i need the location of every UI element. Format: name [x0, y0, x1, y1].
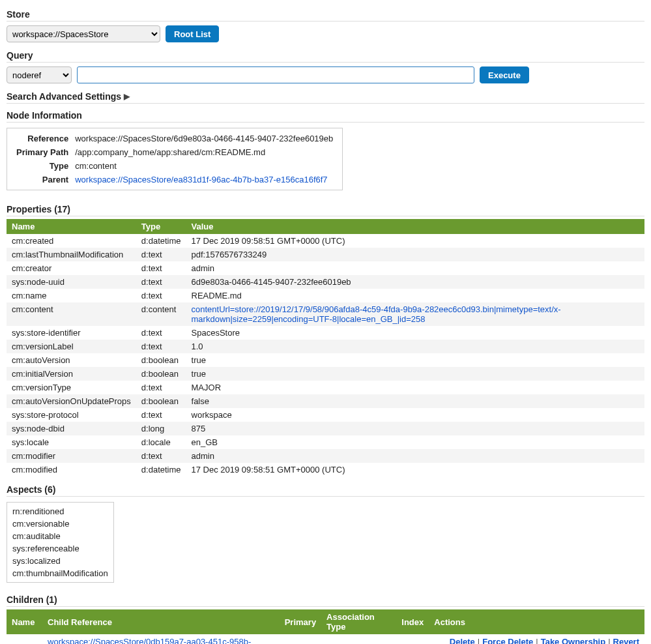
- table-row: sys:store-protocold:textworkspace: [7, 408, 644, 422]
- node-info-type-value: cm:content: [72, 160, 336, 172]
- child-actions: Delete|Force Delete|Take Ownership|Rever…: [429, 634, 644, 644]
- aspect-item: rn:renditioned: [12, 505, 108, 518]
- node-info-box: Reference workspace://SpacesStore/6d9e80…: [7, 128, 343, 190]
- node-info-primary-path-value: /app:company_home/app:shared/cm:README.m…: [72, 146, 336, 158]
- property-value-link[interactable]: contentUrl=store://2019/12/17/9/58/906af…: [192, 304, 561, 324]
- property-type: d:text: [136, 275, 186, 289]
- separator: |: [605, 637, 613, 644]
- force-delete-action[interactable]: Force Delete: [482, 637, 533, 644]
- table-row: cm:initialVersiond:booleantrue: [7, 367, 644, 381]
- property-value: workspace: [186, 408, 644, 422]
- children-table: Name Child Reference Primary Association…: [7, 609, 644, 644]
- property-value: admin: [186, 261, 644, 275]
- properties-table: Name Type Value cm:createdd:datetime17 D…: [7, 219, 644, 476]
- separator: |: [475, 637, 482, 644]
- child-index: 0: [396, 634, 429, 644]
- property-value: true: [186, 367, 644, 381]
- table-row: cm:lastThumbnailModificationd:textpdf:15…: [7, 248, 644, 261]
- children-col-actions: Actions: [429, 609, 644, 634]
- property-type: d:long: [136, 422, 186, 435]
- children-col-assoc-type: Association Type: [321, 609, 396, 634]
- property-name: cm:name: [7, 289, 136, 302]
- child-assoc-type: rn:rendition: [321, 634, 396, 644]
- node-info-parent-label: Parent: [14, 173, 71, 186]
- advanced-settings-toggle[interactable]: Search Advanced Settings ▶: [7, 91, 644, 104]
- table-row: cm:modifierd:textadmin: [7, 449, 644, 463]
- property-name: cm:versionType: [7, 381, 136, 394]
- property-name: cm:creator: [7, 261, 136, 275]
- query-input[interactable]: [77, 66, 474, 83]
- aspects-box: rn:renditionedcm:versionablecm:auditable…: [7, 502, 114, 583]
- property-value: 6d9e803a-0466-4145-9407-232fee6019eb: [186, 275, 644, 289]
- property-name: sys:store-protocol: [7, 408, 136, 422]
- properties-col-value: Value: [186, 219, 644, 234]
- property-type: d:boolean: [136, 353, 186, 367]
- node-info-reference-value: workspace://SpacesStore/6d9e803a-0466-41…: [72, 132, 336, 145]
- property-type: d:boolean: [136, 367, 186, 381]
- property-type: d:text: [136, 248, 186, 261]
- property-type: d:text: [136, 408, 186, 422]
- table-row: cm:versionLabeld:text1.0: [7, 340, 644, 353]
- property-name: sys:locale: [7, 435, 136, 449]
- property-name: cm:autoVersionOnUpdateProps: [7, 394, 136, 408]
- aspect-item: cm:thumbnailModification: [12, 567, 108, 579]
- property-name: cm:autoVersion: [7, 353, 136, 367]
- property-value: 17 Dec 2019 09:58:51 GMT+0000 (UTC): [186, 234, 644, 248]
- property-type: d:datetime: [136, 234, 186, 248]
- property-name: cm:modified: [7, 463, 136, 476]
- table-row: sys:node-dbidd:long875: [7, 422, 644, 435]
- root-list-button[interactable]: Root List: [166, 25, 219, 42]
- child-primary: true: [280, 634, 321, 644]
- delete-action[interactable]: Delete: [450, 637, 475, 644]
- property-type: d:locale: [136, 435, 186, 449]
- children-heading: Children (1): [7, 594, 644, 607]
- store-select[interactable]: workspace://SpacesStore: [7, 25, 160, 42]
- property-type: d:text: [136, 381, 186, 394]
- node-info-primary-path-label: Primary Path: [14, 146, 71, 158]
- child-name-link[interactable]: cm:pdf: [12, 642, 37, 645]
- property-value: true: [186, 353, 644, 367]
- advanced-settings-label: Search Advanced Settings: [7, 91, 121, 102]
- store-heading: Store: [7, 9, 644, 22]
- property-value: README.md: [186, 289, 644, 302]
- aspects-heading: Aspects (6): [7, 484, 644, 497]
- property-name: sys:store-identifier: [7, 326, 136, 340]
- property-type: d:content: [136, 302, 186, 326]
- take-ownership-action[interactable]: Take Ownership: [541, 637, 605, 644]
- property-type: d:text: [136, 261, 186, 275]
- node-info-parent-link[interactable]: workspace://SpacesStore/ea831d1f-96ac-4b…: [75, 175, 327, 184]
- children-col-name: Name: [7, 609, 42, 634]
- property-value: 17 Dec 2019 09:58:51 GMT+0000 (UTC): [186, 463, 644, 476]
- table-row: cm:pdfworkspace://SpacesStore/0db159a7-a…: [7, 634, 644, 644]
- property-name: cm:modifier: [7, 449, 136, 463]
- children-col-index: Index: [396, 609, 429, 634]
- property-type: d:text: [136, 449, 186, 463]
- children-col-primary: Primary: [280, 609, 321, 634]
- properties-col-name: Name: [7, 219, 136, 234]
- node-info-reference-label: Reference: [14, 132, 71, 145]
- table-row: cm:modifiedd:datetime17 Dec 2019 09:58:5…: [7, 463, 644, 476]
- aspect-item: cm:versionable: [12, 518, 108, 530]
- property-name: cm:created: [7, 234, 136, 248]
- property-value: false: [186, 394, 644, 408]
- aspect-item: sys:localized: [12, 555, 108, 567]
- property-name: cm:versionLabel: [7, 340, 136, 353]
- property-name: sys:node-uuid: [7, 275, 136, 289]
- node-info-type-label: Type: [14, 160, 71, 172]
- property-name: cm:content: [7, 302, 136, 326]
- query-type-select[interactable]: noderef: [7, 66, 72, 83]
- property-value: 875: [186, 422, 644, 435]
- property-value: 1.0: [186, 340, 644, 353]
- property-type: d:datetime: [136, 463, 186, 476]
- chevron-right-icon: ▶: [124, 92, 130, 101]
- table-row: cm:contentd:contentcontentUrl=store://20…: [7, 302, 644, 326]
- property-value: pdf:1576576733249: [186, 248, 644, 261]
- property-value: en_GB: [186, 435, 644, 449]
- execute-button[interactable]: Execute: [480, 66, 529, 83]
- aspect-item: cm:auditable: [12, 530, 108, 542]
- children-col-child-ref: Child Reference: [42, 609, 280, 634]
- query-heading: Query: [7, 50, 644, 63]
- property-value: SpacesStore: [186, 326, 644, 340]
- child-ref-link[interactable]: workspace://SpacesStore/0db159a7-aa03-45…: [48, 637, 251, 644]
- property-type: d:text: [136, 326, 186, 340]
